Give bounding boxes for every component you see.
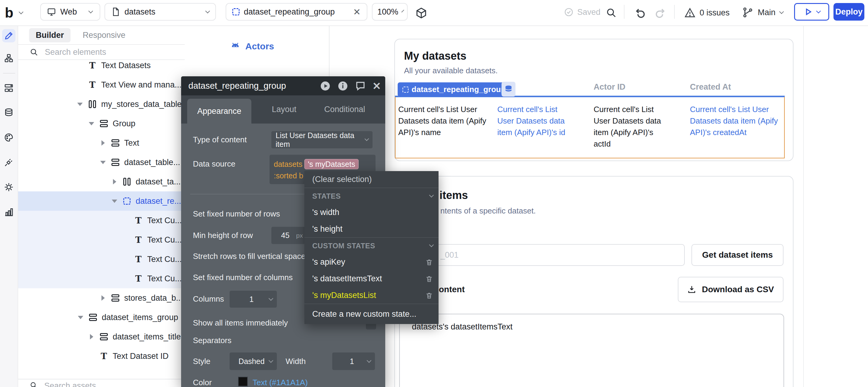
rg-cell-id[interactable]: Current cell's List User Datasets data i… [497, 103, 575, 138]
tree-item[interactable]: TText Cu... [18, 250, 185, 269]
rail-data-button[interactable] [2, 106, 16, 119]
collapse-arrow-icon[interactable] [88, 122, 95, 125]
rail-design-button[interactable] [2, 29, 16, 42]
tree-item[interactable]: stores_data_b... [18, 288, 185, 308]
expand-arrow-icon[interactable] [99, 295, 106, 301]
tree-item[interactable]: Group [18, 114, 185, 133]
rail-logs-button[interactable] [2, 205, 16, 219]
tree-item[interactable]: TText Datasets [18, 60, 185, 75]
redo-icon[interactable] [654, 7, 666, 19]
search-assets-input[interactable] [44, 381, 159, 387]
menu-item-apikey[interactable]: 's apiKey [304, 254, 438, 270]
zoom-select[interactable]: 100% [372, 3, 408, 21]
rail-plugins-button[interactable] [2, 156, 16, 169]
tree-item[interactable]: dataset_items_title [18, 327, 185, 347]
card-title: My datasets [404, 50, 466, 62]
width-select[interactable]: 1 [332, 353, 375, 370]
element-tab[interactable]: dataset_repeating_group ✕ [226, 3, 367, 21]
rail-components-button[interactable] [2, 81, 16, 95]
menu-item-clear-selection[interactable]: (Clear selection) [304, 171, 438, 188]
tree-item[interactable]: dataset_table... [18, 153, 185, 172]
info-icon[interactable] [337, 80, 348, 92]
tab-responsive[interactable]: Responsive [83, 31, 125, 40]
get-dataset-items-button[interactable]: Get dataset items [691, 244, 783, 266]
data-source-chip[interactable] [501, 82, 516, 97]
search-icon[interactable] [606, 7, 617, 18]
canvas-nav-actors[interactable]: Actors [231, 41, 274, 52]
preview-button[interactable] [794, 3, 829, 21]
rg-cell-createdat[interactable]: Current cell's List User Datasets data i… [690, 103, 785, 138]
tree-item[interactable]: my_stores_data_table [18, 95, 185, 114]
expression-token[interactable]: 's myDatasets [304, 159, 358, 169]
rail-settings-button[interactable] [2, 181, 16, 194]
color-label: Color [193, 378, 212, 387]
play-icon[interactable] [320, 80, 331, 92]
tree-item[interactable]: dataset_re... [18, 191, 185, 211]
tree-item[interactable]: Text [18, 133, 185, 153]
menu-header-states[interactable]: STATES [304, 188, 438, 204]
tree-item[interactable]: TText Cu... [18, 269, 185, 288]
menu-item-mydatasetslist[interactable]: 's myDatasetsList [304, 287, 438, 304]
repeating-group-icon [403, 87, 408, 93]
bubble-logo[interactable]: b [5, 4, 13, 21]
tree-item[interactable]: dataset_items_in... [18, 366, 185, 370]
collapse-arrow-icon[interactable] [76, 103, 84, 106]
dataset-content-box[interactable]: datasets's datasetItemsText [399, 314, 784, 387]
trash-icon[interactable] [425, 292, 433, 299]
show-all-label: Show all items immediately [193, 318, 288, 328]
color-value-link[interactable]: Text (#1A1A1A) [253, 378, 308, 387]
tree-item[interactable]: TText View and mana... [18, 75, 185, 95]
expand-arrow-icon[interactable] [111, 179, 118, 185]
menu-item-height[interactable]: 's height [304, 221, 438, 237]
menu-header-custom-states[interactable]: CUSTOM STATES [304, 238, 438, 254]
menu-item-create-custom-state[interactable]: Create a new custom state... [304, 304, 438, 324]
tree-item[interactable]: dataset_ta... [18, 172, 185, 191]
tab-appearance[interactable]: Appearance [187, 99, 251, 124]
trash-icon[interactable] [425, 258, 433, 266]
comment-icon[interactable] [355, 80, 366, 92]
tab-builder[interactable]: Builder [29, 28, 70, 42]
chevron-down-icon [429, 243, 434, 248]
tree-item[interactable]: TText Cu... [18, 211, 185, 230]
search-elements-input[interactable] [45, 47, 160, 57]
tree-item[interactable]: TText Cu... [18, 230, 185, 250]
expand-arrow-icon[interactable] [88, 334, 95, 340]
rg-cell-name[interactable]: Current cell's List User Datasets data i… [398, 103, 494, 138]
repeating-group-icon [232, 8, 240, 15]
tab-conditional[interactable]: Conditional [314, 95, 375, 124]
rail-styles-button[interactable] [2, 131, 16, 144]
tree-item[interactable]: dataset_items_group [18, 308, 185, 327]
tree-item-label: Text Cu... [147, 255, 182, 264]
download-csv-button[interactable]: Download as CSV [678, 277, 783, 302]
stretch-rows-label: Stretch rows to fill vertical space [193, 252, 305, 261]
color-swatch[interactable] [238, 377, 248, 386]
issues-indicator[interactable]: 0 issues [684, 7, 730, 18]
mode-select[interactable]: Web [40, 3, 100, 21]
type-of-content-select[interactable]: List User Datasets data item [271, 131, 373, 149]
tree-item[interactable]: TText Dataset ID [18, 347, 185, 366]
close-icon[interactable]: ✕ [353, 7, 361, 17]
rail-workflow-button[interactable] [2, 52, 16, 65]
menu-item-datasetitemstext[interactable]: 's datasetItemsText [304, 270, 438, 287]
branch-select[interactable]: Main [742, 7, 783, 18]
collapse-arrow-icon[interactable] [77, 316, 84, 319]
tab-layout[interactable]: Layout [260, 95, 308, 124]
page-select[interactable]: datasets [104, 3, 216, 21]
collapse-arrow-icon[interactable] [99, 161, 106, 164]
selected-element-badge[interactable]: dataset_repeating_group [398, 83, 510, 97]
expand-arrow-icon[interactable] [99, 140, 106, 146]
rg-cell-actid[interactable]: Current cell's List User Datasets data i… [594, 103, 671, 150]
close-icon[interactable]: ✕ [373, 80, 381, 92]
undo-icon[interactable] [635, 7, 646, 19]
deploy-button[interactable]: Deploy [834, 3, 864, 21]
dataset-id-input[interactable] [399, 244, 685, 266]
columns-select[interactable]: 1 [229, 291, 277, 308]
menu-item-width[interactable]: 's width [304, 204, 438, 221]
package-icon[interactable] [415, 7, 427, 19]
style-select[interactable]: Dashed [229, 353, 277, 370]
property-editor-titlebar[interactable]: dataset_repeating_group ✕ [181, 76, 385, 95]
type-of-content-label: Type of content [193, 135, 247, 144]
trash-icon[interactable] [425, 275, 433, 283]
collapse-arrow-icon[interactable] [111, 199, 118, 203]
min-height-input[interactable]: 45 px [271, 227, 306, 244]
